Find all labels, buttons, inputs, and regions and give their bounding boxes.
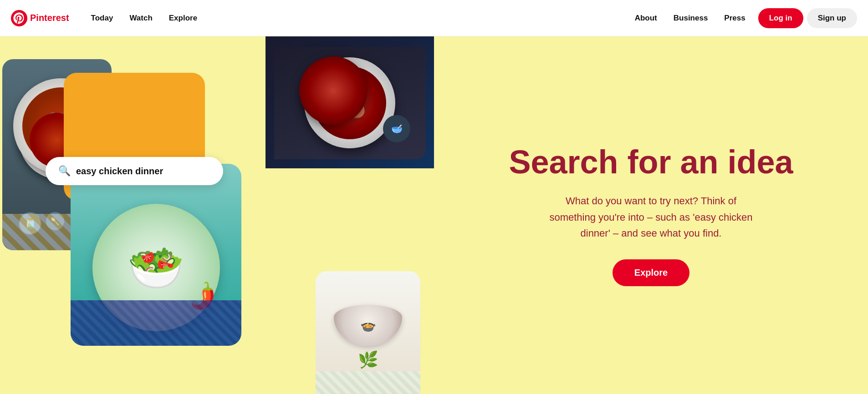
search-icon: 🔍 xyxy=(58,165,71,177)
signup-button[interactable]: Sign up xyxy=(807,8,857,28)
salad-emoji: 🥗 xyxy=(128,245,184,290)
nav-press[interactable]: Press xyxy=(717,10,752,26)
hero-text-section: Search for an idea What do you want to t… xyxy=(434,36,868,394)
nav-explore[interactable]: Explore xyxy=(162,10,204,26)
nav-about[interactable]: About xyxy=(628,10,664,26)
hero-subtext: What do you want to try next? Think of s… xyxy=(542,193,761,241)
nav-business[interactable]: Business xyxy=(666,10,715,26)
navbar: Pinterest Today Watch Explore About Busi… xyxy=(0,0,868,36)
login-button[interactable]: Log in xyxy=(758,8,803,28)
logo-link[interactable]: Pinterest xyxy=(11,10,69,26)
bottom-right-food-visual: 🍲 🌿 xyxy=(316,271,420,394)
hero-section: 🍗 🥣 🥘 🫙 🥄 xyxy=(0,36,868,394)
hero-image-collage: 🍗 🥣 🥘 🫙 🥄 xyxy=(0,36,434,394)
top-right-food-visual: 🍗 🥣 xyxy=(266,36,434,168)
food-image-top-right: 🍗 🥣 xyxy=(266,36,434,168)
search-bar-mock[interactable]: 🔍 easy chicken dinner xyxy=(46,157,223,185)
food-image-bottom-right: 🍲 🌿 xyxy=(316,271,420,394)
logo-text: Pinterest xyxy=(30,13,69,23)
svg-point-0 xyxy=(11,10,27,26)
nav-left-links: Today Watch Explore xyxy=(84,10,205,26)
hero-heading: Search for an idea xyxy=(509,144,793,180)
explore-button[interactable]: Explore xyxy=(613,259,689,286)
nav-watch[interactable]: Watch xyxy=(122,10,159,26)
food-image-main: 🥗 🌶️ xyxy=(71,164,241,346)
pinterest-logo-icon xyxy=(11,10,27,26)
nav-today[interactable]: Today xyxy=(84,10,121,26)
search-text: easy chicken dinner xyxy=(76,166,163,177)
nav-right-links: About Business Press Log in Sign up xyxy=(628,8,857,28)
